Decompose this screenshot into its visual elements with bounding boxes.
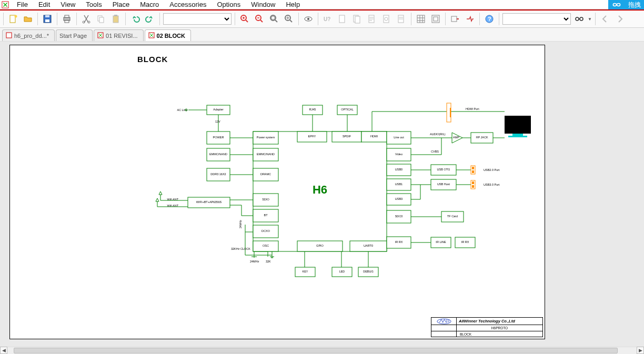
search-scope-dropdown[interactable]	[502, 13, 571, 25]
infinity-icon	[608, 0, 625, 9]
svg-rect-14	[114, 15, 117, 16]
svg-rect-18	[271, 16, 275, 19]
svg-text:SDIO: SDIO	[262, 198, 269, 201]
svg-text:?: ?	[488, 16, 491, 22]
grid2-button[interactable]	[429, 13, 442, 25]
svg-rect-93	[450, 108, 451, 117]
scroll-thumb[interactable]	[14, 348, 618, 353]
doc4-button[interactable]	[380, 13, 393, 25]
sheet-icon	[148, 32, 155, 39]
tab-sheet-01[interactable]: 01 REVISI...	[94, 29, 144, 41]
screenshot-helper[interactable]: 拖拽	[608, 0, 644, 9]
menu-file[interactable]: File	[12, 0, 33, 9]
svg-text:USB2.0 Port: USB2.0 Port	[484, 168, 500, 171]
svg-text:USB1: USB1	[395, 183, 402, 186]
svg-rect-96	[508, 136, 527, 137]
menu-macro[interactable]: Macro	[135, 0, 164, 9]
zoom-out-button[interactable]	[253, 13, 266, 25]
svg-text:CVBS: CVBS	[431, 150, 439, 153]
svg-text:HP JACK: HP JACK	[476, 136, 488, 139]
svg-rect-1	[10, 15, 15, 23]
svg-text:DEBUG: DEBUG	[363, 270, 374, 273]
svg-point-2	[15, 15, 17, 18]
menu-place[interactable]: Place	[107, 0, 135, 9]
part-selector-dropdown[interactable]	[163, 13, 232, 25]
menu-accessories[interactable]: Accessories	[164, 0, 212, 9]
new-button[interactable]	[7, 13, 19, 25]
svg-rect-152	[472, 167, 474, 169]
scroll-right-button[interactable]: ▶	[637, 347, 644, 354]
open-button[interactable]	[22, 13, 34, 25]
svg-rect-161	[472, 185, 474, 188]
grid1-button[interactable]	[415, 13, 427, 25]
nav2-button[interactable]	[464, 13, 476, 25]
svg-rect-25	[355, 16, 360, 23]
svg-text:H6: H6	[313, 183, 327, 196]
svg-rect-4	[45, 19, 49, 22]
svg-text:DDR3 16X2: DDR3 16X2	[210, 173, 226, 176]
sheet-name-field: BLOCK	[457, 331, 542, 337]
svg-text:24MHz: 24MHz	[250, 260, 259, 263]
svg-text:SPDIF: SPDIF	[343, 135, 351, 138]
canvas-area[interactable]: BLOCK .gbox { fill:#fff; stroke:#008000;…	[0, 42, 644, 347]
svg-text:OSC: OSC	[263, 244, 269, 247]
tab-start-page[interactable]: Start Page	[56, 29, 93, 41]
doc5-button[interactable]	[395, 13, 408, 25]
menu-help[interactable]: Help	[280, 0, 305, 9]
svg-text:USB3.0 Port: USB3.0 Port	[484, 183, 500, 186]
undo-button[interactable]	[129, 13, 142, 25]
doc2-button[interactable]	[351, 13, 364, 25]
svg-text:12V: 12V	[215, 120, 220, 123]
doc3-button[interactable]	[366, 13, 378, 25]
tab-sheet-02[interactable]: 02 BLOCK	[145, 29, 191, 41]
doc1-button[interactable]	[336, 13, 349, 25]
tab-label: 01 REVISI...	[106, 33, 138, 39]
svg-text:USB0: USB0	[395, 168, 402, 171]
menu-edit[interactable]: Edit	[33, 0, 55, 9]
help-button[interactable]: ?	[483, 13, 496, 25]
svg-text:POWER: POWER	[213, 136, 224, 139]
menu-window[interactable]: Window	[246, 0, 280, 9]
svg-text:RJ45: RJ45	[309, 108, 316, 111]
screenshot-helper-label: 拖拽	[625, 0, 644, 9]
company-name: AllWinner Technology Co.,Ltd	[457, 318, 542, 325]
nav-forward-button[interactable]	[613, 13, 626, 25]
zoom-fit-button[interactable]	[283, 13, 295, 25]
svg-text:GPIO: GPIO	[316, 244, 324, 247]
zoom-area-button[interactable]	[268, 13, 280, 25]
visibility-button[interactable]	[302, 13, 315, 25]
menu-view[interactable]: View	[55, 0, 80, 9]
title-block: AllWinner Technology Co.,Ltd H6PROTO BLO…	[431, 317, 543, 337]
svg-text:BT: BT	[264, 214, 268, 217]
uq-button[interactable]: U?	[321, 13, 334, 25]
paste-button[interactable]	[109, 13, 122, 25]
svg-text:WIFI+BT+AP6356S: WIFI+BT+AP6356S	[196, 200, 222, 204]
svg-rect-153	[472, 170, 474, 173]
horizontal-scrollbar[interactable]: ◀ ▶	[0, 347, 644, 354]
copy-button[interactable]	[95, 13, 107, 25]
svg-rect-5	[45, 15, 49, 17]
svg-text:DCXO: DCXO	[261, 229, 270, 232]
menu-tools[interactable]: Tools	[80, 0, 107, 9]
schematic-sheet: BLOCK .gbox { fill:#fff; stroke:#008000;…	[9, 45, 545, 339]
zoom-in-button[interactable]	[238, 13, 251, 25]
tab-design[interactable]: h6_pro_dd...*	[2, 29, 55, 41]
cut-button[interactable]	[80, 13, 93, 25]
find-button[interactable]	[573, 13, 586, 25]
menu-options[interactable]: Options	[212, 0, 246, 9]
scroll-left-button[interactable]: ◀	[0, 347, 7, 354]
tab-label: Start Page	[59, 33, 87, 39]
svg-text:Line out: Line out	[394, 136, 404, 139]
svg-text:TF Card: TF Card	[447, 215, 458, 218]
svg-text:EMMC/NAND: EMMC/NAND	[209, 153, 227, 156]
print-button[interactable]	[61, 13, 73, 25]
svg-rect-32	[434, 17, 438, 21]
svg-text:AUDIO(R/L): AUDIO(R/L)	[430, 133, 446, 136]
find-dropdown-arrow[interactable]: ▼	[588, 17, 592, 22]
scroll-track[interactable]	[7, 347, 637, 354]
redo-button[interactable]	[144, 13, 156, 25]
svg-point-36	[576, 17, 579, 21]
nav-back-button[interactable]	[599, 13, 611, 25]
nav1-button[interactable]	[449, 13, 461, 25]
save-button[interactable]	[41, 13, 54, 25]
